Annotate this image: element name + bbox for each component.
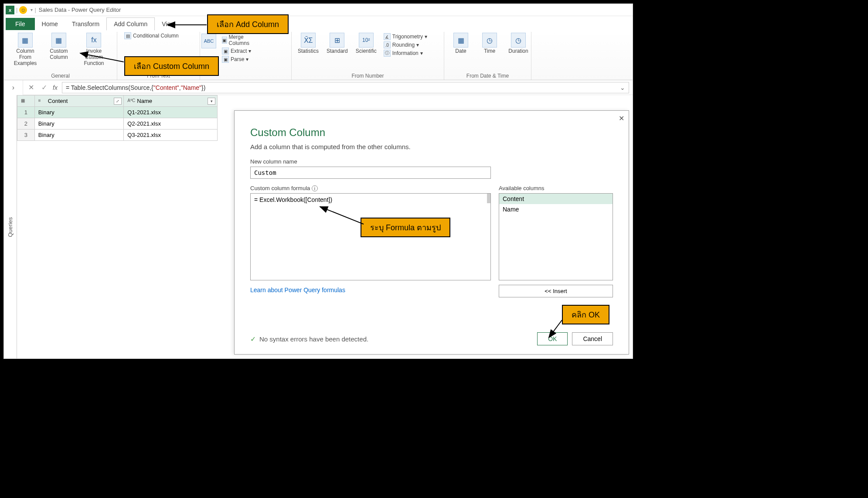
cancel-button[interactable]: Cancel (572, 332, 613, 345)
table-corner[interactable]: ▦ (17, 96, 35, 107)
new-column-name-label: New column name (250, 158, 613, 165)
table-icon: ▦ (21, 98, 29, 104)
expand-formula-icon[interactable]: ⌄ (620, 84, 625, 91)
list-item[interactable]: Content (499, 194, 613, 204)
callout-custom-column: เลือก Custom Column (124, 56, 219, 76)
column-header-name[interactable]: AᴮCName▾ (124, 96, 218, 107)
extract-icon: ▣ (222, 48, 229, 55)
info-icon: ⓘ (384, 50, 391, 57)
dialog-title: Custom Column (250, 126, 613, 139)
ribbon: ▦Column From Examples ▦Custom Column fxI… (4, 30, 633, 80)
group-fromdate-label: From Date & Time (448, 72, 528, 80)
standard-button[interactable]: ⊞Standard (324, 32, 351, 55)
title-bar: x | ☺ ▾ | Sales Data - Power Query Edito… (4, 4, 633, 16)
close-icon[interactable]: ✕ (619, 114, 624, 123)
invoke-custom-function-button[interactable]: fxInvoke Custom Function (75, 32, 113, 67)
available-columns-list[interactable]: Content Name (499, 193, 613, 280)
learn-link[interactable]: Learn about Power Query formulas (250, 287, 345, 293)
tab-add-column[interactable]: Add Column (106, 17, 155, 31)
menu-bar: File Home Transform Add Column View (4, 16, 633, 30)
abc-icon: ABC (201, 34, 216, 48)
qat-sep: | (16, 7, 17, 13)
column-from-examples-button[interactable]: ▦Column From Examples (7, 32, 43, 67)
formula-input[interactable]: = Table.SelectColumns(Source,{"Content",… (62, 82, 629, 93)
calc-icon: ⊞ (330, 33, 344, 48)
list-item[interactable]: Name (499, 204, 613, 215)
status-message: No syntax errors have been detected. (259, 335, 368, 343)
date-button[interactable]: ▦Date (448, 32, 474, 55)
scientific-button[interactable]: 10²Scientific (353, 32, 379, 55)
formula-label: Custom column formula i (250, 185, 491, 191)
check-icon: ✓ (250, 335, 256, 343)
info-icon[interactable]: i (312, 185, 318, 191)
extract-button[interactable]: ▣Extract ▾ (220, 47, 255, 55)
statistics-button[interactable]: X̄ΣStatistics (295, 32, 321, 55)
trig-icon: ∡ (384, 33, 391, 40)
dialog-subtitle: Add a column that is computed from the o… (250, 143, 613, 150)
merge-icon: ▣ (222, 37, 227, 44)
binary-type-icon: ≡ (38, 98, 46, 104)
trigonometry-button[interactable]: ∡Trigonometry ▾ (382, 33, 429, 41)
conditional-column-button[interactable]: ▤Conditional Column (123, 32, 180, 40)
merge-columns-button[interactable]: ▣Merge Columns (220, 34, 255, 47)
callout-formula: ระบุ Formula ตามรูป (361, 218, 450, 237)
table-icon: ▦ (18, 33, 33, 48)
expand-queries-icon[interactable]: › (12, 84, 14, 92)
table-row[interactable]: 3BinaryQ3-2021.xlsx (17, 130, 218, 141)
tab-home[interactable]: Home (35, 18, 65, 30)
cond-icon: ▤ (124, 32, 131, 39)
excel-icon: x (6, 6, 14, 14)
ok-button[interactable]: OK (537, 332, 568, 345)
group-fromnumber-label: From Number (295, 72, 440, 80)
stopwatch-icon: ◷ (511, 33, 526, 48)
ten-icon: 10² (359, 33, 374, 48)
table-star-icon: ▦ (51, 33, 66, 48)
window-title: Sales Data - Power Query Editor (39, 7, 121, 13)
time-button[interactable]: ◷Time (477, 32, 503, 55)
filter-icon[interactable]: ▾ (208, 98, 215, 105)
parse-button[interactable]: ▣Parse ▾ (220, 55, 255, 63)
expand-icon[interactable]: ⤢ (114, 98, 122, 105)
text-type-icon: AᴮC (127, 98, 135, 104)
calendar-icon: ▦ (453, 33, 468, 48)
table-row[interactable]: 2BinaryQ2-2021.xlsx (17, 118, 218, 130)
round-icon: .0 (384, 41, 391, 48)
group-general-label: General (7, 72, 113, 80)
callout-ok: คลิก OK (562, 305, 609, 324)
duration-button[interactable]: ◷Duration (505, 32, 531, 55)
formula-bar: ✕ ✓ fx = Table.SelectColumns(Source,{"Co… (23, 80, 633, 95)
queries-pane-collapsed[interactable]: Queries (4, 95, 17, 359)
sigma-icon: X̄Σ (301, 33, 316, 48)
new-column-name-input[interactable] (250, 167, 491, 179)
table-row[interactable]: 1BinaryQ1-2021.xlsx (17, 107, 218, 118)
column-header-content[interactable]: ≡Content⤢ (34, 96, 123, 107)
custom-column-button[interactable]: ▦Custom Column (46, 32, 72, 61)
rounding-button[interactable]: .0Rounding ▾ (382, 41, 429, 49)
callout-add-column: เลือก Add Column (207, 14, 289, 34)
smile-icon[interactable]: ☺ (19, 6, 27, 14)
tab-view[interactable]: View (155, 18, 182, 30)
available-columns-label: Available columns (499, 185, 613, 191)
clock-icon: ◷ (482, 33, 497, 48)
information-button[interactable]: ⓘInformation ▾ (382, 49, 429, 57)
tab-file[interactable]: File (6, 18, 35, 30)
accept-formula-icon[interactable]: ✓ (40, 83, 48, 92)
tab-transform[interactable]: Transform (65, 18, 106, 30)
cancel-formula-icon[interactable]: ✕ (27, 83, 35, 92)
insert-button[interactable]: << Insert (499, 285, 613, 297)
fx-icon: fx (86, 33, 101, 48)
qat-dropdown-icon[interactable]: ▾ (31, 7, 33, 12)
qat-sep2: | (34, 7, 36, 13)
parse-icon: ▣ (222, 56, 229, 63)
fx-label: fx (53, 84, 58, 91)
scrollbar[interactable] (487, 194, 490, 203)
